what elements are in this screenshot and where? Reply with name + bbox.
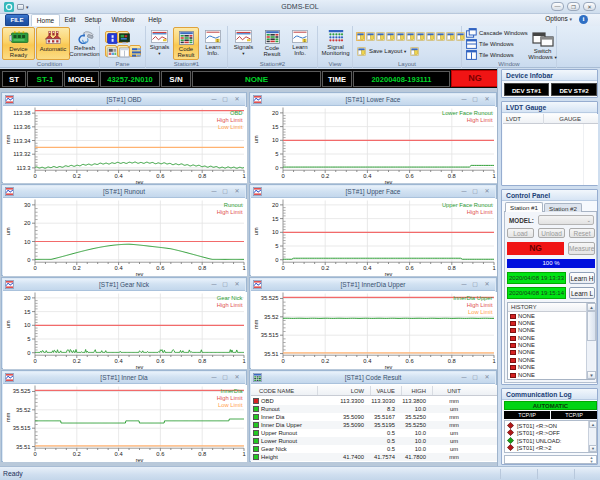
svg-text:0.2: 0.2 [321,173,329,179]
svg-text:1: 1 [242,358,245,364]
svg-text:0.6: 0.6 [406,358,414,364]
svg-text:1: 1 [492,358,495,364]
svg-text:0.8: 0.8 [198,265,206,271]
svg-text:0.2: 0.2 [73,265,81,271]
svg-text:InnerDia Upper: InnerDia Upper [453,295,492,301]
svg-text:um: um [253,227,259,235]
svg-text:35.525: 35.525 [261,295,279,301]
svg-text:0.6: 0.6 [156,265,164,271]
svg-text:35.52: 35.52 [16,407,31,413]
svg-text:High Limit: High Limit [467,117,493,123]
svg-text:113.3: 113.3 [16,165,30,171]
svg-text:rev: rev [385,364,393,369]
svg-text:1: 1 [242,173,245,179]
svg-text:35.525: 35.525 [13,388,31,394]
svg-text:0: 0 [281,173,284,179]
svg-text:Low Limit: Low Limit [218,124,243,130]
svg-text:30: 30 [24,202,30,208]
svg-text:0.4: 0.4 [115,451,124,457]
svg-text:0.6: 0.6 [156,451,164,457]
svg-text:0.6: 0.6 [406,265,414,271]
svg-text:1: 1 [492,173,495,179]
svg-text:High Limit: High Limit [217,302,243,308]
svg-text:0.4: 0.4 [363,265,372,271]
svg-text:0.8: 0.8 [448,358,456,364]
svg-text:Upper Face Runout: Upper Face Runout [442,202,493,208]
svg-text:20: 20 [272,110,278,116]
svg-text:0.8: 0.8 [198,358,206,364]
svg-text:0.2: 0.2 [73,358,81,364]
svg-text:35.51: 35.51 [16,444,31,450]
svg-text:1: 1 [304,39,306,43]
svg-text:0: 0 [281,358,284,364]
svg-text:mm: mm [253,319,259,329]
svg-text:um: um [253,135,259,143]
svg-text:10: 10 [24,322,30,328]
svg-text:35.52: 35.52 [264,314,279,320]
svg-text:15: 15 [272,124,278,130]
svg-text:0.2: 0.2 [321,358,329,364]
svg-text:0: 0 [27,350,30,356]
svg-text:10: 10 [272,137,278,143]
svg-text:0: 0 [33,358,36,364]
svg-text:0: 0 [33,451,36,457]
svg-text:113.36: 113.36 [13,124,30,130]
svg-text:0.4: 0.4 [115,173,124,179]
svg-text:35.515: 35.515 [13,425,31,431]
svg-text:20: 20 [272,202,278,208]
svg-text:High Limit: High Limit [217,209,243,215]
svg-text:Runout: Runout [224,202,243,208]
svg-text:1: 1 [242,451,245,457]
svg-text:Low Limit: Low Limit [468,309,493,315]
svg-text:10: 10 [24,239,30,245]
svg-text:um: um [5,320,11,328]
svg-text:1: 1 [242,265,245,271]
svg-text:0: 0 [275,257,278,263]
svg-text:113.38: 113.38 [13,110,30,116]
svg-text:High Limit: High Limit [467,209,493,215]
svg-text:35.515: 35.515 [261,332,279,338]
svg-text:0.8: 0.8 [198,451,206,457]
svg-text:0.6: 0.6 [406,173,414,179]
svg-text:0.4: 0.4 [363,173,372,179]
svg-text:rev: rev [136,457,144,462]
svg-text:0.4: 0.4 [363,358,372,364]
svg-text:15: 15 [24,309,30,315]
svg-text:0.8: 0.8 [448,265,456,271]
svg-text:0: 0 [27,257,30,263]
svg-text:Gear Nick: Gear Nick [217,295,243,301]
svg-text:0.8: 0.8 [198,173,206,179]
svg-text:Low Limit: Low Limit [218,402,243,408]
svg-text:1: 1 [492,265,495,271]
svg-text:High Limit: High Limit [467,302,493,308]
svg-text:mm: mm [5,134,11,144]
svg-text:0.6: 0.6 [156,173,164,179]
svg-text:rev: rev [136,271,144,276]
svg-text:0.6: 0.6 [156,358,164,364]
svg-text:Lower Face Runout: Lower Face Runout [442,110,493,116]
svg-text:5: 5 [275,151,278,157]
svg-text:20: 20 [24,220,30,226]
svg-text:0.4: 0.4 [115,265,124,271]
svg-text:mm: mm [5,412,11,422]
svg-text:InnerDia: InnerDia [221,388,244,394]
svg-text:0.2: 0.2 [73,173,81,179]
svg-text:0.2: 0.2 [321,265,329,271]
svg-text:High Limit: High Limit [217,395,243,401]
svg-text:0.4: 0.4 [115,358,124,364]
svg-text:35.51: 35.51 [264,351,279,357]
svg-text:0: 0 [275,165,278,171]
svg-text:0: 0 [33,265,36,271]
svg-text:5: 5 [27,336,30,342]
svg-text:High Limit: High Limit [217,117,243,123]
svg-text:0: 0 [281,265,284,271]
svg-text:113.34: 113.34 [13,138,31,144]
svg-text:10: 10 [272,229,278,235]
svg-text:0.8: 0.8 [448,173,456,179]
svg-text:15: 15 [272,216,278,222]
svg-text:0: 0 [33,173,36,179]
svg-text:1: 1 [217,39,219,43]
svg-text:5: 5 [275,243,278,249]
svg-text:um: um [5,227,11,235]
svg-text:rev: rev [385,271,393,276]
